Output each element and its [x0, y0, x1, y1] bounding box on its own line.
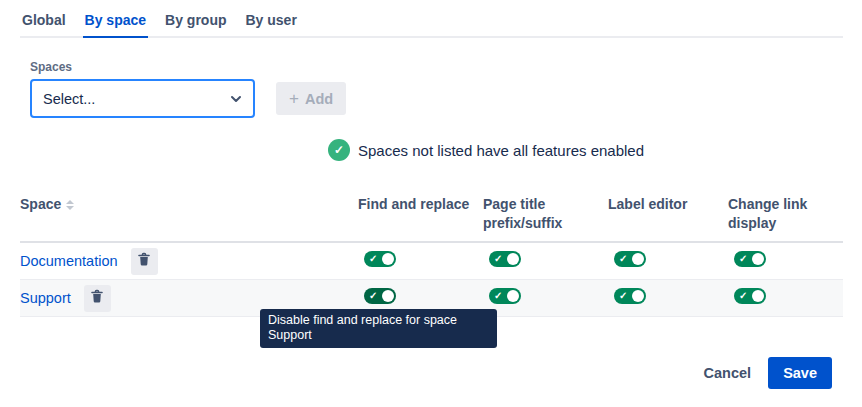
- space-link-documentation[interactable]: Documentation: [20, 253, 118, 269]
- column-header-label-editor: Label editor: [608, 195, 728, 214]
- space-cell: Documentation: [20, 248, 358, 275]
- space-cell: Support: [20, 285, 358, 312]
- add-button-label: Add: [305, 91, 333, 107]
- check-icon: ✓: [619, 289, 627, 303]
- check-icon: ✓: [619, 252, 627, 266]
- toggle-label-editor[interactable]: ✓: [614, 288, 646, 304]
- plus-icon: +: [289, 90, 299, 107]
- add-space-button[interactable]: + Add: [276, 82, 346, 115]
- toggle-cell: ✓: [358, 251, 483, 271]
- spaces-table: Space Find and replace Page title prefix…: [20, 190, 843, 317]
- check-icon: ✓: [739, 289, 747, 303]
- toggle-label-editor[interactable]: ✓: [614, 251, 646, 267]
- toggle-knob: [382, 253, 394, 265]
- toggle-cell: ✓: [728, 288, 843, 308]
- chevron-down-icon: [229, 92, 243, 106]
- toggle-tooltip: Disable find and replace for space Suppo…: [260, 309, 497, 348]
- success-check-icon: ✓: [328, 139, 350, 161]
- column-header-find-and-replace: Find and replace: [358, 195, 483, 214]
- toggle-cell: ✓: [483, 251, 608, 271]
- tab-bar: Global By space By group By user: [20, 8, 843, 38]
- column-header-space-label: Space: [20, 195, 61, 214]
- spaces-select-value: Select...: [43, 91, 95, 107]
- toggle-find-and-replace[interactable]: ✓: [364, 251, 396, 267]
- save-button[interactable]: Save: [768, 357, 832, 389]
- toggle-page-title-prefix-suffix[interactable]: ✓: [489, 251, 521, 267]
- delete-space-button[interactable]: [131, 248, 158, 275]
- check-icon: ✓: [369, 252, 377, 266]
- tab-by-space[interactable]: By space: [83, 8, 148, 38]
- tab-by-user[interactable]: By user: [244, 8, 299, 38]
- toggle-cell: ✓: [608, 251, 728, 271]
- space-link-support[interactable]: Support: [20, 290, 71, 306]
- column-header-page-title: Page title prefix/suffix: [483, 195, 608, 233]
- toggle-cell: ✓: [728, 251, 843, 271]
- check-icon: ✓: [494, 289, 502, 303]
- spaces-select[interactable]: Select...: [30, 79, 255, 118]
- toggle-knob: [752, 253, 764, 265]
- toggle-page-title-prefix-suffix[interactable]: ✓: [489, 288, 521, 304]
- trash-icon: [137, 252, 151, 270]
- trash-icon: [90, 289, 104, 307]
- footer-actions: Cancel Save: [696, 357, 832, 389]
- table-header-row: Space Find and replace Page title prefix…: [20, 190, 843, 243]
- toggle-knob: [507, 290, 519, 302]
- toggle-change-link-display[interactable]: ✓: [734, 288, 766, 304]
- column-header-change-link-display: Change link display: [728, 195, 843, 233]
- toggle-cell: ✓: [608, 288, 728, 308]
- check-icon: ✓: [369, 289, 377, 303]
- toggle-knob: [382, 290, 394, 302]
- check-icon: ✓: [739, 252, 747, 266]
- check-icon: ✓: [494, 252, 502, 266]
- toggle-change-link-display[interactable]: ✓: [734, 251, 766, 267]
- status-text: Spaces not listed have all features enab…: [358, 142, 644, 159]
- toggle-knob: [632, 290, 644, 302]
- status-message: ✓ Spaces not listed have all features en…: [328, 139, 644, 161]
- tab-global[interactable]: Global: [20, 8, 68, 38]
- toggle-knob: [632, 253, 644, 265]
- sort-icon: [66, 200, 74, 210]
- column-header-space[interactable]: Space: [20, 195, 358, 214]
- toggle-find-and-replace-hovered[interactable]: ✓: [364, 288, 396, 304]
- toggle-knob: [507, 253, 519, 265]
- toggle-knob: [752, 290, 764, 302]
- toggle-cell: ✓: [483, 288, 608, 308]
- toggle-cell: ✓: [358, 288, 483, 308]
- table-row-documentation: Documentation ✓ ✓ ✓ ✓: [20, 243, 843, 280]
- cancel-button[interactable]: Cancel: [696, 359, 760, 387]
- tab-by-group[interactable]: By group: [163, 8, 228, 38]
- delete-space-button[interactable]: [84, 285, 111, 312]
- spaces-field-label: Spaces: [30, 60, 72, 74]
